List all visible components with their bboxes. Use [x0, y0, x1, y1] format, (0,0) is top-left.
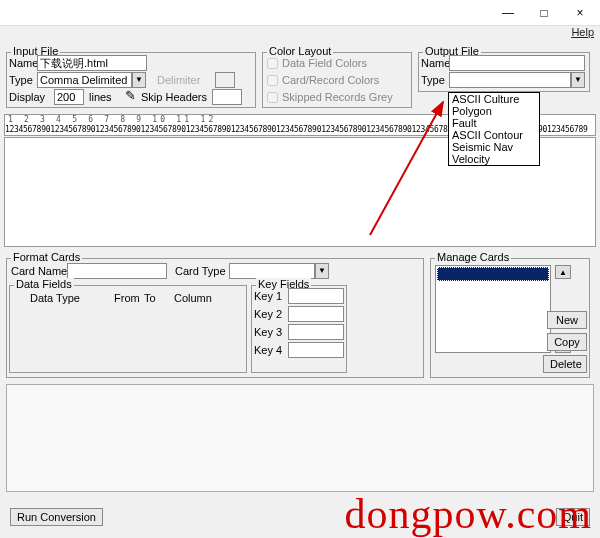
type-label: Type — [9, 74, 33, 86]
window-titlebar: — □ × — [0, 0, 600, 26]
key3-label: Key 3 — [254, 326, 282, 338]
cardname-field[interactable] — [67, 263, 167, 279]
output-file-group: Output File Name Type ▼ — [418, 52, 590, 92]
output-type-dropdown-icon[interactable]: ▼ — [571, 72, 585, 88]
key3-field[interactable] — [288, 324, 344, 340]
delimiter-label: Delimiter — [157, 74, 200, 86]
cardname-label: Card Name — [11, 265, 67, 277]
display-label: Display — [9, 91, 45, 103]
col-to: To — [144, 292, 156, 304]
maximize-button[interactable]: □ — [526, 2, 562, 24]
watermark-text: dongpow.com — [345, 490, 592, 538]
dropdown-option[interactable]: Fault — [449, 117, 539, 129]
manage-cards-group: Manage Cards ▲ ▼ New Copy Delete — [430, 258, 590, 378]
display-lines-field[interactable] — [54, 89, 84, 105]
dropdown-option[interactable]: Polygon — [449, 105, 539, 117]
key2-label: Key 2 — [254, 308, 282, 320]
key4-label: Key 4 — [254, 344, 282, 356]
dropdown-option[interactable]: Velocity — [449, 153, 539, 165]
delimiter-field — [215, 72, 235, 88]
name-label: Name — [9, 57, 38, 69]
list-up-icon[interactable]: ▲ — [555, 265, 571, 279]
output-type-field[interactable] — [449, 72, 571, 88]
delete-button[interactable]: Delete — [543, 355, 587, 373]
cardtype-dropdown-icon[interactable]: ▼ — [315, 263, 329, 279]
cardtype-label: Card Type — [175, 265, 226, 277]
run-conversion-button[interactable]: Run Conversion — [10, 508, 103, 526]
format-cards-legend: Format Cards — [11, 251, 82, 263]
input-type-dropdown-icon[interactable]: ▼ — [132, 72, 146, 88]
skipped-records-grey-check[interactable]: Skipped Records Grey — [267, 91, 393, 103]
col-column: Column — [174, 292, 212, 304]
skip-headers-label: Skip Headers — [141, 91, 207, 103]
manage-cards-legend: Manage Cards — [435, 251, 511, 263]
dropdown-option[interactable]: ASCII Culture — [449, 93, 539, 105]
output-name-field[interactable] — [449, 55, 585, 71]
output-type-label: Type — [421, 74, 445, 86]
help-menu[interactable]: Help — [571, 26, 594, 38]
menubar: Help — [0, 26, 600, 42]
close-button[interactable]: × — [562, 2, 598, 24]
data-fields-group: Data Fields Data Type From To Column — [9, 285, 247, 373]
output-type-dropdown-list[interactable]: ASCII Culture Polygon Fault ASCII Contou… — [448, 92, 540, 166]
col-from: From — [114, 292, 140, 304]
dropdown-option[interactable]: ASCII Contour — [449, 129, 539, 141]
key2-field[interactable] — [288, 306, 344, 322]
lower-panel — [6, 384, 594, 492]
pencil-icon[interactable]: ✎ — [125, 88, 136, 103]
skip-headers-field[interactable] — [212, 89, 242, 105]
color-layout-group: Color Layout Data Field Colors Card/Reco… — [262, 52, 412, 108]
new-button[interactable]: New — [547, 311, 587, 329]
data-field-colors-check[interactable]: Data Field Colors — [267, 57, 367, 69]
cards-listbox[interactable] — [435, 265, 551, 353]
key1-field[interactable] — [288, 288, 344, 304]
lines-label: lines — [89, 91, 112, 103]
card-record-colors-check[interactable]: Card/Record Colors — [267, 74, 379, 86]
copy-button[interactable]: Copy — [547, 333, 587, 351]
minimize-button[interactable]: — — [490, 2, 526, 24]
output-name-label: Name — [421, 57, 450, 69]
format-cards-group: Format Cards Card Name Card Type ▼ Data … — [6, 258, 424, 378]
data-fields-legend: Data Fields — [14, 278, 74, 290]
color-layout-legend: Color Layout — [267, 45, 333, 57]
input-type-field[interactable] — [37, 72, 132, 88]
dropdown-option[interactable]: Seismic Nav — [449, 141, 539, 153]
key1-label: Key 1 — [254, 290, 282, 302]
key-fields-group: Key Fields Key 1 Key 2 Key 3 Key 4 — [251, 285, 347, 373]
selected-card[interactable] — [437, 267, 549, 281]
col-datatype: Data Type — [30, 292, 80, 304]
input-name-field[interactable] — [37, 55, 147, 71]
key4-field[interactable] — [288, 342, 344, 358]
cardtype-field[interactable] — [229, 263, 315, 279]
input-file-group: Input File Name Type ▼ Delimiter Display… — [6, 52, 256, 108]
